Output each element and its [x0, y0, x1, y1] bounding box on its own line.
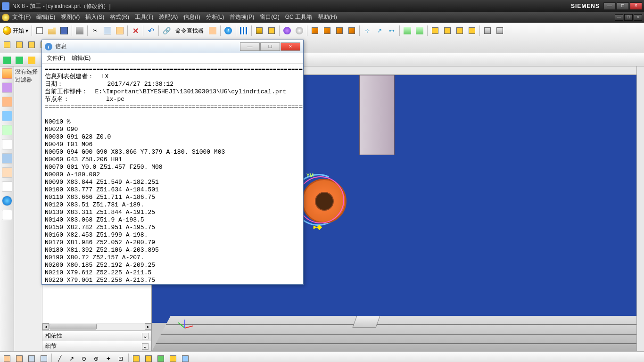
menu-analyze[interactable]: 分析(L) — [203, 12, 227, 22]
menu-view[interactable]: 视图(V) — [58, 12, 83, 22]
new-button[interactable] — [34, 25, 45, 36]
menu-insert[interactable]: 插入(S) — [83, 12, 107, 22]
print-button[interactable] — [74, 25, 85, 36]
bt-snap3[interactable] — [26, 353, 37, 362]
menu-help[interactable]: 帮助(H) — [315, 12, 340, 22]
info-window[interactable]: i 信息 — □ × 文件(F) 编辑(E) =================… — [41, 40, 304, 285]
render-style2[interactable] — [294, 25, 305, 36]
grid-button[interactable] — [238, 25, 249, 36]
op-geom-icon[interactable] — [26, 39, 37, 50]
bt-cs2[interactable] — [143, 353, 154, 362]
menu-window[interactable]: 窗口(O) — [257, 12, 282, 22]
info-minimize-button[interactable]: — — [240, 42, 260, 51]
op-create-icon[interactable] — [1, 39, 13, 50]
resbtn-10[interactable] — [2, 196, 12, 206]
assy3-icon[interactable] — [454, 25, 465, 36]
dep-expand-icon[interactable]: ⌄ — [142, 333, 149, 339]
find-cmd-icon[interactable]: 🔗 — [161, 25, 172, 36]
resbtn-5[interactable] — [2, 125, 12, 135]
details-section[interactable]: 细节 ⌄ — [42, 341, 151, 351]
info-close-button[interactable]: × — [281, 42, 300, 51]
hscroll-right[interactable]: ▸ — [145, 323, 151, 330]
resbtn-11[interactable] — [2, 210, 12, 220]
bt-cs4[interactable] — [167, 353, 179, 362]
bt-pt6[interactable]: ⊡ — [115, 353, 126, 362]
menu-info[interactable]: 信息(I) — [181, 12, 203, 22]
start-menu-button[interactable]: 开始▾ — [1, 26, 30, 35]
paste-button[interactable] — [114, 25, 125, 36]
op-nav2[interactable] — [14, 55, 25, 66]
render-style1[interactable] — [281, 25, 293, 36]
menu-tools[interactable]: 工具(T) — [132, 12, 156, 22]
align1-icon[interactable] — [402, 25, 413, 36]
bt-snap1[interactable] — [1, 353, 13, 362]
cut-button[interactable]: ✂ — [90, 25, 101, 36]
op-nav1[interactable] — [1, 55, 13, 66]
mdi-restore[interactable]: □ — [624, 14, 633, 21]
op-tool-icon[interactable] — [14, 39, 25, 50]
cube2-icon[interactable] — [322, 25, 333, 36]
selection-filter[interactable]: 没有选择过滤器 — [14, 66, 42, 351]
cmd-finder-toggle[interactable] — [207, 25, 218, 36]
mdi-close[interactable]: × — [634, 14, 642, 21]
bt-cs3[interactable] — [155, 353, 166, 362]
bt-pt5[interactable]: ✦ — [103, 353, 114, 362]
info-text-area[interactable]: ========================================… — [42, 64, 303, 284]
maximize-button[interactable]: □ — [617, 2, 629, 10]
menu-prefs[interactable]: 首选项(P) — [227, 12, 257, 22]
undo-button[interactable]: ↶ — [145, 25, 157, 36]
cube4-icon[interactable] — [346, 25, 357, 36]
hscroll-thumb[interactable] — [50, 324, 97, 329]
wcs3-icon[interactable]: ⊶ — [386, 25, 397, 36]
menu-gctoolbox[interactable]: GC 工具箱 — [282, 12, 315, 22]
resbtn-8[interactable] — [2, 167, 12, 178]
menu-format[interactable]: 格式(R) — [107, 12, 132, 22]
delete-button[interactable]: ✕ — [130, 25, 141, 36]
info-menu-edit[interactable]: 编辑(E) — [69, 53, 93, 63]
op-nav3[interactable] — [26, 55, 37, 66]
close-button[interactable]: × — [630, 2, 642, 10]
resbtn-9[interactable] — [2, 181, 12, 192]
layer-button[interactable] — [254, 25, 265, 36]
resbtn-6[interactable] — [2, 139, 12, 149]
resbtn-4[interactable] — [2, 111, 12, 121]
assy4-icon[interactable] — [466, 25, 478, 36]
save-button[interactable] — [58, 25, 70, 36]
mdi-minimize[interactable]: — — [615, 14, 623, 21]
wcs1-icon[interactable]: ⊹ — [362, 25, 373, 36]
dependency-section[interactable]: 相依性 ⌄ — [42, 330, 151, 341]
bt-pt2[interactable]: ↗ — [66, 353, 77, 362]
layer-settings-button[interactable] — [266, 25, 277, 36]
hscroll-left[interactable]: ◂ — [42, 323, 49, 330]
bt-pt1[interactable]: ╱ — [54, 353, 65, 362]
cube1-icon[interactable] — [309, 25, 321, 36]
open-button[interactable] — [46, 25, 58, 36]
nav-hscroll[interactable]: ◂ ▸ — [42, 323, 151, 330]
bt-cs1[interactable] — [131, 353, 142, 362]
strip1-icon[interactable] — [482, 25, 493, 36]
align2-icon[interactable] — [414, 25, 425, 36]
det-expand-icon[interactable]: ⌄ — [142, 343, 149, 350]
bt-snap2[interactable] — [14, 353, 25, 362]
bt-pt3[interactable]: ⊙ — [78, 353, 90, 362]
assy2-icon[interactable] — [442, 25, 453, 36]
resbtn-3[interactable] — [2, 97, 12, 107]
info-titlebar[interactable]: i 信息 — □ × — [42, 40, 303, 53]
info-button[interactable]: i — [223, 25, 234, 36]
viewport-vscroll[interactable] — [636, 66, 644, 351]
menu-file[interactable]: 文件(F) — [9, 12, 33, 22]
wcs2-icon[interactable]: ↗ — [374, 25, 385, 36]
bt-snap4[interactable] — [38, 353, 50, 362]
strip2-icon[interactable] — [494, 25, 505, 36]
menu-assembly[interactable]: 装配(A) — [156, 12, 181, 22]
copy-button[interactable] — [102, 25, 113, 36]
resbtn-7[interactable] — [2, 153, 12, 164]
assy1-icon[interactable] — [429, 25, 441, 36]
bt-pt4[interactable]: ⊕ — [91, 353, 102, 362]
resbtn-2[interactable] — [2, 82, 12, 93]
menu-edit[interactable]: 编辑(E) — [33, 12, 58, 22]
bt-cs5[interactable] — [180, 353, 191, 362]
info-menu-file[interactable]: 文件(F) — [44, 53, 68, 63]
cube3-icon[interactable] — [334, 25, 345, 36]
minimize-button[interactable]: — — [603, 2, 616, 10]
